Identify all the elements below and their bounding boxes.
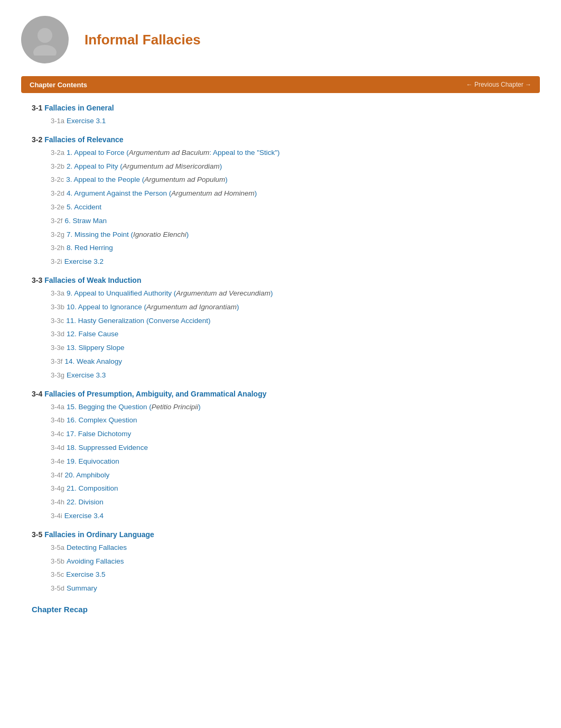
chapter-recap[interactable]: Chapter Recap: [32, 605, 529, 614]
item-3-2i-prefix: 3-2i: [51, 257, 62, 265]
item-3-4b: 3-4b16. Complex Question: [32, 413, 529, 427]
item-3-4f-link[interactable]: 20. Amphiboly: [64, 471, 109, 479]
avatar-icon: [29, 24, 61, 56]
item-3-4a-link[interactable]: 15. Begging the Question (Petitio Princi…: [67, 403, 201, 411]
item-3-2f-prefix: 3-2f: [51, 217, 62, 225]
section-3-5: 3-5 Fallacies in Ordinary Language: [32, 530, 529, 539]
item-3-3c-link[interactable]: 11. Hasty Generalization (Converse Accid…: [66, 317, 210, 325]
avatar: [21, 16, 69, 63]
section-3-2-prefix: 3-2: [32, 135, 44, 144]
section-3-2: 3-2 Fallacies of Relevance: [32, 135, 529, 144]
item-3-2h-prefix: 3-2h: [51, 244, 64, 252]
item-3-5b: 3-5bAvoiding Fallacies: [32, 555, 529, 568]
item-3-3a: 3-3a9. Appeal to Unqualified Authority (…: [32, 287, 529, 300]
item-3-2h-link[interactable]: 8. Red Herring: [67, 244, 113, 252]
item-3-4d-link[interactable]: 18. Suppressed Evidence: [67, 444, 148, 451]
item-3-4c-link[interactable]: 17. False Dichotomy: [66, 430, 131, 438]
nav-bar: Chapter Contents ← Previous Chapter →: [21, 76, 540, 93]
item-3-3b: 3-3b10. Appeal to Ignorance (Argumentum …: [32, 300, 529, 314]
section-3-4-link[interactable]: Fallacies of Presumption, Ambiguity, and…: [44, 390, 266, 398]
item-3-4i-link[interactable]: Exercise 3.4: [64, 512, 104, 520]
item-3-3e-prefix: 3-3e: [51, 344, 64, 352]
toc-container: 3-1 Fallacies in General 3-1aExercise 3.…: [21, 104, 540, 614]
section-3-5-link[interactable]: Fallacies in Ordinary Language: [44, 530, 154, 539]
item-3-2b-link[interactable]: 2. Appeal to Pity (Argumentum ad Miseric…: [67, 162, 222, 170]
chapter-recap-link[interactable]: Chapter Recap: [32, 605, 88, 614]
item-3-3c-prefix: 3-3c: [51, 317, 64, 325]
nav-right[interactable]: ← Previous Chapter →: [466, 81, 531, 88]
item-3-3f: 3-3f14. Weak Analogy: [32, 355, 529, 368]
item-3-2d-link[interactable]: 4. Argument Against the Person (Argument…: [67, 189, 257, 197]
item-3-2a-link[interactable]: 1. Appeal to Force (Argumentum ad Baculu…: [67, 149, 280, 156]
item-3-2a: 3-2a1. Appeal to Force (Argumentum ad Ba…: [32, 146, 529, 160]
item-3-2g-link[interactable]: 7. Missing the Point (Ignoratio Elenchi): [67, 231, 189, 238]
item-3-5d-link[interactable]: Summary: [67, 584, 97, 592]
item-3-5c: 3-5cExercise 3.5: [32, 568, 529, 582]
item-3-2g-prefix: 3-2g: [51, 231, 64, 238]
item-3-1a: 3-1aExercise 3.1: [32, 114, 529, 128]
item-3-5a-prefix: 3-5a: [51, 543, 64, 551]
section-3-3-prefix: 3-3: [32, 276, 44, 284]
item-3-5b-link[interactable]: Avoiding Fallacies: [67, 557, 124, 565]
item-3-3b-link[interactable]: 10. Appeal to Ignorance (Argumentum ad I…: [67, 303, 239, 311]
section-3-4: 3-4 Fallacies of Presumption, Ambiguity,…: [32, 390, 529, 398]
item-3-5d: 3-5dSummary: [32, 582, 529, 595]
item-3-3d-link[interactable]: 12. False Cause: [67, 330, 118, 338]
item-3-4c-prefix: 3-4c: [51, 430, 64, 438]
section-3-3-link[interactable]: Fallacies of Weak Induction: [44, 276, 141, 284]
item-3-5a: 3-5aDetecting Fallacies: [32, 541, 529, 555]
item-3-3d-prefix: 3-3d: [51, 330, 64, 338]
item-3-3e-link[interactable]: 13. Slippery Slope: [67, 344, 125, 352]
item-3-2h: 3-2h8. Red Herring: [32, 241, 529, 255]
item-3-2i-link[interactable]: Exercise 3.2: [64, 257, 104, 265]
item-3-3d: 3-3d12. False Cause: [32, 327, 529, 341]
item-3-3f-link[interactable]: 14. Weak Analogy: [64, 357, 122, 365]
item-3-2e-link[interactable]: 5. Accident: [67, 203, 101, 211]
item-3-2b: 3-2b2. Appeal to Pity (Argumentum ad Mis…: [32, 160, 529, 173]
item-3-4d-prefix: 3-4d: [51, 444, 64, 451]
page-container: Informal Fallacies Chapter Contents ← Pr…: [0, 0, 561, 630]
svg-point-1: [33, 45, 57, 56]
item-3-4c: 3-4c17. False Dichotomy: [32, 427, 529, 441]
item-3-2f: 3-2f6. Straw Man: [32, 214, 529, 228]
item-3-5a-link[interactable]: Detecting Fallacies: [67, 543, 127, 551]
section-3-1: 3-1 Fallacies in General: [32, 104, 529, 112]
item-3-5c-prefix: 3-5c: [51, 570, 64, 578]
section-3-2-link[interactable]: Fallacies of Relevance: [44, 135, 123, 144]
item-3-2f-link[interactable]: 6. Straw Man: [64, 217, 107, 225]
section-3-4-prefix: 3-4: [32, 390, 44, 398]
item-3-2a-prefix: 3-2a: [51, 149, 64, 156]
item-3-4e-link[interactable]: 19. Equivocation: [67, 457, 119, 465]
item-3-3c: 3-3c11. Hasty Generalization (Converse A…: [32, 314, 529, 328]
section-3-1-link[interactable]: Fallacies in General: [44, 104, 114, 112]
item-3-4i: 3-4iExercise 3.4: [32, 509, 529, 523]
item-3-3b-prefix: 3-3b: [51, 303, 64, 311]
item-3-3a-link[interactable]: 9. Appeal to Unqualified Authority (Argu…: [67, 289, 273, 297]
item-3-5d-prefix: 3-5d: [51, 584, 64, 592]
section-3-5-prefix: 3-5: [32, 530, 44, 539]
item-3-2c-link[interactable]: 3. Appeal to the People (Argumentum ad P…: [66, 176, 227, 183]
item-3-4g-link[interactable]: 21. Composition: [67, 484, 118, 492]
item-3-2e-prefix: 3-2e: [51, 203, 64, 211]
item-3-4a-prefix: 3-4a: [51, 403, 64, 411]
section-3-3: 3-3 Fallacies of Weak Induction: [32, 276, 529, 284]
item-3-2b-prefix: 3-2b: [51, 162, 64, 170]
item-3-4h-link[interactable]: 22. Division: [67, 498, 104, 506]
item-3-2i: 3-2iExercise 3.2: [32, 255, 529, 269]
item-3-4f: 3-4f20. Amphiboly: [32, 468, 529, 482]
item-3-3e: 3-3e13. Slippery Slope: [32, 341, 529, 355]
page-title: Informal Fallacies: [85, 32, 201, 48]
item-3-4g-prefix: 3-4g: [51, 484, 64, 492]
svg-point-0: [38, 28, 52, 43]
item-3-2g: 3-2g7. Missing the Point (Ignoratio Elen…: [32, 228, 529, 242]
item-3-3g-link[interactable]: Exercise 3.3: [67, 371, 106, 379]
item-3-4b-link[interactable]: 16. Complex Question: [67, 416, 137, 424]
item-3-1a-link[interactable]: Exercise 3.1: [67, 117, 106, 125]
nav-label: Chapter Contents: [30, 81, 87, 89]
item-3-4e-prefix: 3-4e: [51, 457, 64, 465]
header-area: Informal Fallacies: [21, 16, 540, 63]
item-3-3g: 3-3gExercise 3.3: [32, 368, 529, 382]
item-3-4f-prefix: 3-4f: [51, 471, 62, 479]
item-3-4e: 3-4e19. Equivocation: [32, 455, 529, 468]
item-3-5c-link[interactable]: Exercise 3.5: [66, 570, 105, 578]
